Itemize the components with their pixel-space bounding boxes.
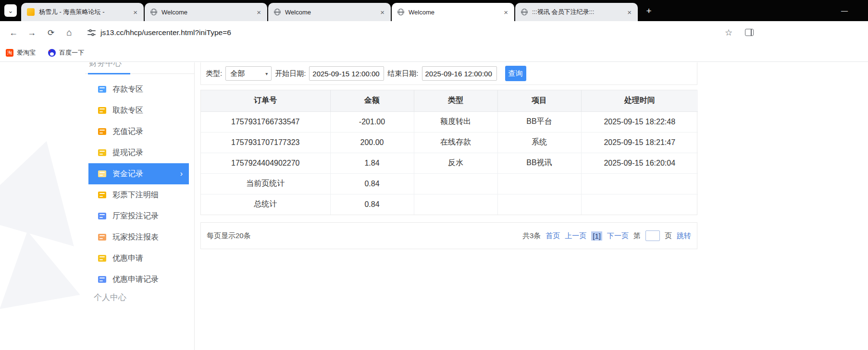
cell-type: 额度转出 [414,111,497,132]
end-date-label: 结束日期: [387,69,418,78]
sidebar-item-label: 存款专区 [112,84,143,95]
start-date-input[interactable] [309,66,384,81]
tab-close-icon[interactable]: × [626,8,633,16]
chevron-down-icon: ▾ [265,71,268,76]
cell-label: 总统计 [201,194,330,215]
cell-process-time: 2025-09-15 18:22:48 [581,111,698,132]
next-page-link[interactable]: 下一页 [607,231,629,241]
jump-label-post: 页 [665,231,672,241]
current-page-indicator: [1] [591,231,602,241]
window-minimize-button[interactable]: — [837,4,852,17]
bookmarks-bar: 淘 爱淘宝 百度一下 [0,44,868,62]
page-jump-input[interactable] [645,230,660,241]
funds-record-table: 订单号 金额 类型 项目 处理时间 1757931766733547 -201.… [201,90,698,215]
recharge-record-icon [98,128,106,135]
cell-type: 反水 [414,153,497,173]
sidebar-item-label: 提现记录 [112,148,143,158]
col-type: 类型 [414,90,497,111]
sidebar-item-deposit-zone[interactable]: 存款专区 [88,79,189,100]
tab-welcome-active[interactable]: Welcome × [392,3,514,21]
sidebar-item-label: 资金记录 [112,169,143,179]
pagination-controls: 共3条 首页 上一页 [1] 下一页 第 页 跳转 [522,230,691,241]
sidebar-item-label: 玩家投注报表 [112,232,159,242]
lottery-bet-detail-icon [98,192,106,198]
query-button[interactable]: 查询 [505,66,526,81]
cell-order-id: 1757924404902270 [201,153,330,173]
promo-apply-record-icon [98,276,106,283]
side-panel-icon[interactable] [745,29,754,36]
funds-record-main: 类型: 全部 ▾ 开始日期: 结束日期: 查询 订单号 金额 类型 项目 处理时 [200,62,697,249]
globe-favicon-icon [397,9,404,15]
tab-close-icon[interactable]: × [132,8,139,16]
table-row: 1757924404902270 1.84 反水 BB视讯 2025-09-15… [201,153,698,173]
tab-title: Welcome [161,9,255,16]
prev-page-link[interactable]: 上一页 [565,231,586,241]
jump-action-link[interactable]: 跳转 [677,231,691,241]
url-bar[interactable]: js13.cc/hhcp/usercenter.html?iniType=6 [100,21,389,44]
sidebar-item-recharge-record[interactable]: 充值记录 [88,121,189,142]
sidebar-item-player-bet-report[interactable]: 玩家投注报表 [88,227,189,248]
type-select-value: 全部 [230,69,245,78]
tab-search-button[interactable]: ⌄ [4,4,17,17]
tab-forum[interactable]: 杨雪儿 - 海燕策略论坛 - × [21,3,144,21]
bookmark-label: 百度一下 [59,48,84,57]
site-settings-icon[interactable] [87,29,96,36]
sidebar-item-funds-record[interactable]: 资金记录 › [88,163,189,184]
col-order-id: 订单号 [201,90,330,111]
bookmark-baidu[interactable]: 百度一下 [48,48,84,57]
table-row-grand-total: 总统计 0.84 [201,194,698,215]
bookmark-taobao[interactable]: 淘 爱淘宝 [6,48,36,57]
withdraw-icon [98,107,106,114]
bookmark-star-button[interactable]: ☆ [722,26,735,39]
cell-empty [414,173,497,194]
cell-amount: 0.84 [330,173,414,194]
room-bet-record-icon [98,213,106,219]
sidebar-item-promo-apply[interactable]: 优惠申请 [88,248,189,269]
table-row-page-total: 当前页统计 0.84 [201,173,698,194]
sidebar-item-lottery-bet-detail[interactable]: 彩票下注明细 [88,184,189,205]
back-button[interactable]: ← [7,26,20,39]
browser-titlebar: ⌄ 杨雪儿 - 海燕策略论坛 - × Welcome × Welcome × W… [0,0,868,21]
pagination-bar: 每页显示20条 共3条 首页 上一页 [1] 下一页 第 页 跳转 [200,222,697,249]
new-tab-button[interactable]: + [643,5,655,17]
cell-project: 系统 [497,132,581,153]
sidebar-item-promo-apply-record[interactable]: 优惠申请记录 [88,269,189,290]
sidebar-item-label: 充值记录 [112,127,143,137]
cell-process-time: 2025-09-15 16:20:04 [581,153,698,173]
sidebar-item-withdrawal-record[interactable]: 提现记录 [88,142,189,163]
col-amount: 金额 [330,90,414,111]
end-date-input[interactable] [422,66,497,81]
cell-empty [414,194,497,215]
tab-video-records[interactable]: :::视讯 会员下注纪录::: × [515,3,638,21]
active-section-underline [88,73,130,74]
tab-strip: 杨雪儿 - 海燕策略论坛 - × Welcome × Welcome × Wel… [21,3,638,21]
first-page-link[interactable]: 首页 [546,231,560,241]
type-select[interactable]: 全部 ▾ [225,66,272,81]
reload-button[interactable]: ⟳ [44,26,58,39]
total-count-text: 共3条 [522,231,541,241]
cell-empty [497,194,581,215]
star-icon: ☆ [725,27,732,38]
sidebar-item-withdraw-zone[interactable]: 取款专区 [88,100,189,121]
type-label: 类型: [206,69,222,78]
cell-amount: -201.00 [330,111,414,132]
sidebar-menu: 存款专区 取款专区 充值记录 提现记录 资金记录 › 彩票下注明细 [85,79,194,290]
tab-title: 杨雪儿 - 海燕策略论坛 - [39,8,132,16]
col-process-time: 处理时间 [581,90,698,111]
globe-favicon-icon [150,9,157,15]
sidebar-item-room-bet-record[interactable]: 厅室投注记录 [88,205,189,227]
tab-close-icon[interactable]: × [255,8,262,16]
tab-close-icon[interactable]: × [502,8,509,16]
home-button[interactable]: ⌂ [62,26,76,39]
forward-button[interactable]: → [25,26,38,39]
promo-apply-icon [98,255,106,262]
minimize-icon: — [841,7,848,14]
tab-welcome-2[interactable]: Welcome × [268,3,391,21]
sidebar-item-label: 优惠申请 [112,253,143,264]
tab-welcome-1[interactable]: Welcome × [145,3,267,21]
tab-close-icon[interactable]: × [379,8,386,16]
jump-label-pre: 第 [633,231,641,241]
cell-amount: 200.00 [330,132,414,153]
taobao-icon: 淘 [6,49,13,57]
tab-title: :::视讯 会员下注纪录::: [532,8,626,16]
